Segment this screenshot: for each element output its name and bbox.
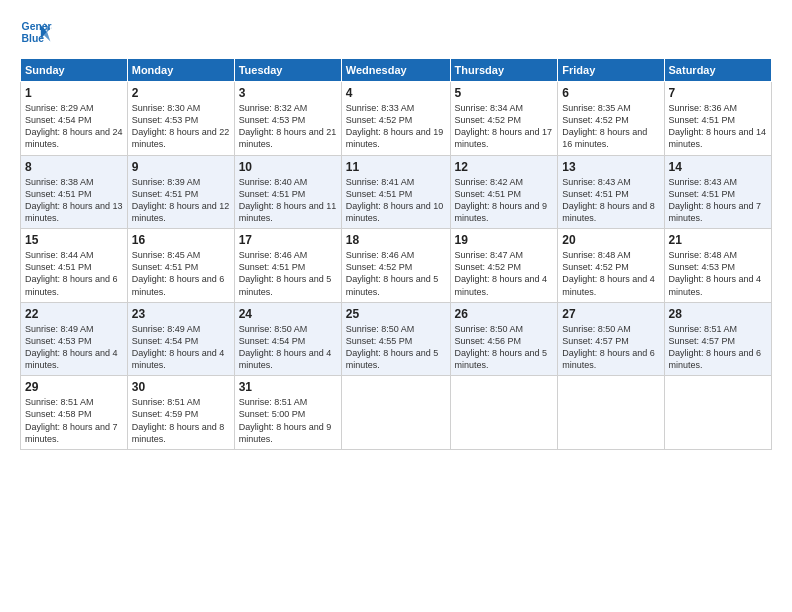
calendar-cell xyxy=(664,376,771,450)
day-number: 10 xyxy=(239,160,337,174)
day-info: Sunrise: 8:40 AMSunset: 4:51 PMDaylight:… xyxy=(239,176,337,225)
day-number: 14 xyxy=(669,160,767,174)
calendar-cell xyxy=(558,376,664,450)
day-info: Sunrise: 8:50 AMSunset: 4:56 PMDaylight:… xyxy=(455,323,554,372)
day-info: Sunrise: 8:50 AMSunset: 4:54 PMDaylight:… xyxy=(239,323,337,372)
day-number: 23 xyxy=(132,307,230,321)
day-info: Sunrise: 8:43 AMSunset: 4:51 PMDaylight:… xyxy=(562,176,659,225)
day-number: 29 xyxy=(25,380,123,394)
calendar-body: 1Sunrise: 8:29 AMSunset: 4:54 PMDaylight… xyxy=(21,82,772,450)
day-info: Sunrise: 8:51 AMSunset: 4:59 PMDaylight:… xyxy=(132,396,230,445)
day-number: 22 xyxy=(25,307,123,321)
day-number: 11 xyxy=(346,160,446,174)
calendar-cell xyxy=(341,376,450,450)
day-info: Sunrise: 8:39 AMSunset: 4:51 PMDaylight:… xyxy=(132,176,230,225)
day-number: 7 xyxy=(669,86,767,100)
calendar-cell: 30Sunrise: 8:51 AMSunset: 4:59 PMDayligh… xyxy=(127,376,234,450)
day-number: 5 xyxy=(455,86,554,100)
day-number: 30 xyxy=(132,380,230,394)
day-number: 9 xyxy=(132,160,230,174)
day-number: 8 xyxy=(25,160,123,174)
day-number: 15 xyxy=(25,233,123,247)
weekday-header: Wednesday xyxy=(341,59,450,82)
calendar-cell: 26Sunrise: 8:50 AMSunset: 4:56 PMDayligh… xyxy=(450,302,558,376)
day-info: Sunrise: 8:41 AMSunset: 4:51 PMDaylight:… xyxy=(346,176,446,225)
day-info: Sunrise: 8:33 AMSunset: 4:52 PMDaylight:… xyxy=(346,102,446,151)
calendar-cell: 11Sunrise: 8:41 AMSunset: 4:51 PMDayligh… xyxy=(341,155,450,229)
calendar-cell: 1Sunrise: 8:29 AMSunset: 4:54 PMDaylight… xyxy=(21,82,128,156)
day-info: Sunrise: 8:46 AMSunset: 4:52 PMDaylight:… xyxy=(346,249,446,298)
calendar-cell: 10Sunrise: 8:40 AMSunset: 4:51 PMDayligh… xyxy=(234,155,341,229)
calendar-cell: 2Sunrise: 8:30 AMSunset: 4:53 PMDaylight… xyxy=(127,82,234,156)
day-number: 31 xyxy=(239,380,337,394)
calendar-cell: 24Sunrise: 8:50 AMSunset: 4:54 PMDayligh… xyxy=(234,302,341,376)
calendar-week-row: 1Sunrise: 8:29 AMSunset: 4:54 PMDaylight… xyxy=(21,82,772,156)
day-info: Sunrise: 8:42 AMSunset: 4:51 PMDaylight:… xyxy=(455,176,554,225)
calendar-week-row: 8Sunrise: 8:38 AMSunset: 4:51 PMDaylight… xyxy=(21,155,772,229)
calendar-week-row: 22Sunrise: 8:49 AMSunset: 4:53 PMDayligh… xyxy=(21,302,772,376)
calendar-cell: 28Sunrise: 8:51 AMSunset: 4:57 PMDayligh… xyxy=(664,302,771,376)
day-number: 24 xyxy=(239,307,337,321)
calendar-table: SundayMondayTuesdayWednesdayThursdayFrid… xyxy=(20,58,772,450)
calendar-cell: 16Sunrise: 8:45 AMSunset: 4:51 PMDayligh… xyxy=(127,229,234,303)
day-info: Sunrise: 8:51 AMSunset: 4:58 PMDaylight:… xyxy=(25,396,123,445)
calendar-cell: 29Sunrise: 8:51 AMSunset: 4:58 PMDayligh… xyxy=(21,376,128,450)
day-number: 21 xyxy=(669,233,767,247)
calendar-cell: 17Sunrise: 8:46 AMSunset: 4:51 PMDayligh… xyxy=(234,229,341,303)
day-number: 19 xyxy=(455,233,554,247)
day-number: 20 xyxy=(562,233,659,247)
header: General Blue xyxy=(20,16,772,48)
weekday-header: Saturday xyxy=(664,59,771,82)
calendar-cell: 23Sunrise: 8:49 AMSunset: 4:54 PMDayligh… xyxy=(127,302,234,376)
calendar-cell: 19Sunrise: 8:47 AMSunset: 4:52 PMDayligh… xyxy=(450,229,558,303)
day-info: Sunrise: 8:45 AMSunset: 4:51 PMDaylight:… xyxy=(132,249,230,298)
day-info: Sunrise: 8:43 AMSunset: 4:51 PMDaylight:… xyxy=(669,176,767,225)
calendar-cell: 14Sunrise: 8:43 AMSunset: 4:51 PMDayligh… xyxy=(664,155,771,229)
calendar-week-row: 15Sunrise: 8:44 AMSunset: 4:51 PMDayligh… xyxy=(21,229,772,303)
day-number: 13 xyxy=(562,160,659,174)
day-info: Sunrise: 8:35 AMSunset: 4:52 PMDaylight:… xyxy=(562,102,659,151)
calendar-cell: 4Sunrise: 8:33 AMSunset: 4:52 PMDaylight… xyxy=(341,82,450,156)
calendar-cell: 15Sunrise: 8:44 AMSunset: 4:51 PMDayligh… xyxy=(21,229,128,303)
day-info: Sunrise: 8:50 AMSunset: 4:55 PMDaylight:… xyxy=(346,323,446,372)
calendar-cell: 27Sunrise: 8:50 AMSunset: 4:57 PMDayligh… xyxy=(558,302,664,376)
calendar-cell: 7Sunrise: 8:36 AMSunset: 4:51 PMDaylight… xyxy=(664,82,771,156)
weekday-header: Thursday xyxy=(450,59,558,82)
day-number: 17 xyxy=(239,233,337,247)
day-info: Sunrise: 8:51 AMSunset: 5:00 PMDaylight:… xyxy=(239,396,337,445)
calendar-cell: 9Sunrise: 8:39 AMSunset: 4:51 PMDaylight… xyxy=(127,155,234,229)
day-info: Sunrise: 8:48 AMSunset: 4:53 PMDaylight:… xyxy=(669,249,767,298)
day-number: 25 xyxy=(346,307,446,321)
day-number: 16 xyxy=(132,233,230,247)
calendar-cell: 12Sunrise: 8:42 AMSunset: 4:51 PMDayligh… xyxy=(450,155,558,229)
day-number: 27 xyxy=(562,307,659,321)
calendar-cell: 25Sunrise: 8:50 AMSunset: 4:55 PMDayligh… xyxy=(341,302,450,376)
weekday-header: Monday xyxy=(127,59,234,82)
day-info: Sunrise: 8:38 AMSunset: 4:51 PMDaylight:… xyxy=(25,176,123,225)
weekday-header: Tuesday xyxy=(234,59,341,82)
calendar-cell: 5Sunrise: 8:34 AMSunset: 4:52 PMDaylight… xyxy=(450,82,558,156)
weekday-header-row: SundayMondayTuesdayWednesdayThursdayFrid… xyxy=(21,59,772,82)
day-info: Sunrise: 8:34 AMSunset: 4:52 PMDaylight:… xyxy=(455,102,554,151)
day-number: 4 xyxy=(346,86,446,100)
day-number: 2 xyxy=(132,86,230,100)
day-info: Sunrise: 8:50 AMSunset: 4:57 PMDaylight:… xyxy=(562,323,659,372)
calendar-cell: 22Sunrise: 8:49 AMSunset: 4:53 PMDayligh… xyxy=(21,302,128,376)
day-info: Sunrise: 8:29 AMSunset: 4:54 PMDaylight:… xyxy=(25,102,123,151)
page: General Blue SundayMondayTuesdayWednesda… xyxy=(0,0,792,612)
calendar-cell: 3Sunrise: 8:32 AMSunset: 4:53 PMDaylight… xyxy=(234,82,341,156)
calendar-cell: 31Sunrise: 8:51 AMSunset: 5:00 PMDayligh… xyxy=(234,376,341,450)
calendar-week-row: 29Sunrise: 8:51 AMSunset: 4:58 PMDayligh… xyxy=(21,376,772,450)
calendar-cell: 6Sunrise: 8:35 AMSunset: 4:52 PMDaylight… xyxy=(558,82,664,156)
day-number: 3 xyxy=(239,86,337,100)
calendar-cell: 20Sunrise: 8:48 AMSunset: 4:52 PMDayligh… xyxy=(558,229,664,303)
day-info: Sunrise: 8:48 AMSunset: 4:52 PMDaylight:… xyxy=(562,249,659,298)
calendar-cell: 18Sunrise: 8:46 AMSunset: 4:52 PMDayligh… xyxy=(341,229,450,303)
day-number: 6 xyxy=(562,86,659,100)
day-number: 18 xyxy=(346,233,446,247)
logo: General Blue xyxy=(20,16,56,48)
calendar-cell: 13Sunrise: 8:43 AMSunset: 4:51 PMDayligh… xyxy=(558,155,664,229)
day-info: Sunrise: 8:32 AMSunset: 4:53 PMDaylight:… xyxy=(239,102,337,151)
calendar-cell: 8Sunrise: 8:38 AMSunset: 4:51 PMDaylight… xyxy=(21,155,128,229)
day-number: 12 xyxy=(455,160,554,174)
